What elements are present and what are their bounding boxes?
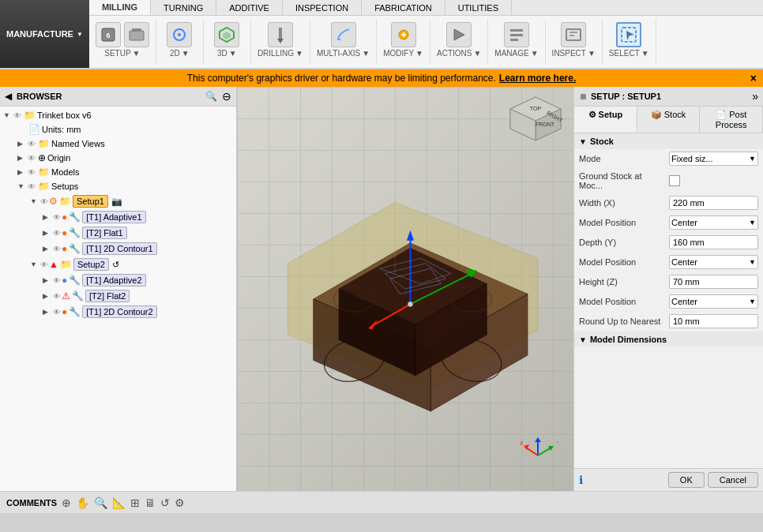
tree-item-setup2[interactable]: ▼ 👁 ▲ 📁 Setup2 ↺: [2, 257, 235, 272]
drilling-label[interactable]: DRILLING▼: [257, 49, 303, 58]
toggle-origin[interactable]: ▶: [17, 154, 27, 162]
eye-contour1[interactable]: 👁: [53, 245, 61, 253]
toggle-adaptive1[interactable]: ▶: [43, 213, 52, 221]
mode-select[interactable]: Fixed siz... ▼: [669, 152, 758, 166]
manufacture-button[interactable]: MANUFACTURE ▼: [0, 0, 89, 68]
panel-expand-icon[interactable]: »: [752, 90, 758, 103]
eye-contour2[interactable]: 👁: [53, 308, 61, 317]
display-icon[interactable]: 🖥: [145, 496, 156, 509]
measure-icon[interactable]: 📐: [112, 496, 126, 509]
width-input[interactable]: 220 mm: [669, 196, 758, 210]
stock-section-title[interactable]: ▼ Stock: [574, 133, 763, 149]
multiaxis-label[interactable]: MULTI-AXIS▼: [317, 49, 370, 58]
tab-milling[interactable]: MILLING: [89, 0, 151, 15]
eye-models[interactable]: 👁: [28, 168, 36, 177]
toggle-models[interactable]: ▶: [17, 168, 27, 176]
browser-collapse-icon[interactable]: ◀: [5, 91, 12, 102]
tab-post-process[interactable]: 📄 Post Process: [700, 107, 763, 133]
actions-label[interactable]: ACTIONS▼: [437, 49, 481, 58]
add-comment-icon[interactable]: ⊕: [62, 496, 71, 509]
multiaxis-icon[interactable]: [331, 22, 356, 47]
2d-label[interactable]: 2D▼: [170, 49, 190, 58]
setup-label[interactable]: SETUP▼: [104, 49, 140, 58]
toggle-contour1[interactable]: ▶: [43, 245, 52, 253]
inspect-icon[interactable]: [561, 22, 586, 47]
tab-fabrication[interactable]: FABRICATION: [362, 0, 445, 15]
eye-root[interactable]: 👁: [13, 111, 21, 120]
tab-turning[interactable]: TURNING: [151, 0, 216, 15]
tree-item-adaptive1[interactable]: ▶ 👁 ● 🔧 [T1] Adaptive1: [2, 209, 235, 225]
3d-icon[interactable]: [214, 22, 239, 47]
tab-setup[interactable]: ⚙ Setup: [574, 107, 637, 133]
info-icon[interactable]: ℹ: [579, 474, 583, 486]
toggle-contour2[interactable]: ▶: [43, 308, 52, 316]
tree-item-models[interactable]: ▶ 👁 📁 Models: [2, 165, 235, 179]
model-pos-width-select[interactable]: Center ▼: [669, 215, 758, 230]
toggle-flat1[interactable]: ▶: [43, 229, 52, 237]
inspect-label[interactable]: INSPECT▼: [552, 49, 596, 58]
tree-item-flat1[interactable]: ▶ 👁 ● 🔧 [T2] Flat1: [2, 225, 235, 241]
tab-inspection[interactable]: INSPECTION: [283, 0, 362, 15]
ground-stock-checkbox[interactable]: [669, 175, 680, 186]
3d-label[interactable]: 3D▼: [217, 49, 237, 58]
tab-utilities[interactable]: UTILITIES: [445, 0, 512, 15]
toggle-named-views[interactable]: ▶: [17, 140, 27, 148]
ok-button[interactable]: OK: [668, 472, 705, 488]
modify-label[interactable]: MODIFY▼: [383, 49, 423, 58]
model-dimensions-section-title[interactable]: ▼ Model Dimensions: [574, 332, 763, 347]
setup-new-icon[interactable]: 6: [96, 22, 121, 47]
actions-icon[interactable]: [446, 22, 472, 47]
zoom-icon[interactable]: 🔍: [94, 496, 107, 509]
drilling-icon[interactable]: [268, 22, 293, 47]
tree-item-origin[interactable]: ▶ 👁 ⊕ Origin: [2, 151, 235, 165]
2d-icon[interactable]: [167, 22, 192, 47]
notification-link[interactable]: Learn more here.: [499, 73, 576, 84]
tree-item-root[interactable]: ▼ 👁 📁 Trinket box v6: [2, 108, 235, 122]
eye-setup1[interactable]: 👁: [40, 197, 48, 206]
browser-search-icon[interactable]: 🔍: [205, 91, 217, 102]
setup-icon2[interactable]: [124, 22, 149, 47]
eye-adaptive1[interactable]: 👁: [53, 213, 61, 222]
cancel-button[interactable]: Cancel: [708, 472, 758, 488]
eye-setup2[interactable]: 👁: [40, 260, 48, 269]
eye-adaptive2[interactable]: 👁: [53, 276, 61, 285]
toggle-adaptive2[interactable]: ▶: [43, 276, 52, 284]
viewport[interactable]: FRONT TOP RIGHT Z Y X: [237, 87, 573, 491]
modify-icon[interactable]: [391, 22, 416, 47]
eye-setups[interactable]: 👁: [28, 182, 36, 191]
manage-icon[interactable]: [504, 22, 529, 47]
eye-flat2[interactable]: 👁: [53, 292, 61, 301]
toggle-flat2[interactable]: ▶: [43, 292, 52, 300]
browser-minus-icon[interactable]: ⊖: [222, 90, 231, 103]
height-input[interactable]: 70 mm: [669, 275, 758, 289]
toggle-setup1[interactable]: ▼: [30, 197, 39, 205]
tree-item-setup1[interactable]: ▼ 👁 ⚙ 📁 Setup1 📷: [2, 193, 235, 209]
manage-label[interactable]: MANAGE▼: [494, 49, 538, 58]
eye-flat1[interactable]: 👁: [53, 229, 61, 238]
viewcube[interactable]: FRONT TOP RIGHT: [504, 93, 567, 148]
notification-close[interactable]: ×: [750, 72, 757, 84]
tree-item-flat2[interactable]: ▶ 👁 ⚠ 🔧 [T2] Flat2: [2, 288, 235, 304]
pan-icon[interactable]: ✋: [76, 496, 89, 509]
tree-item-named-views[interactable]: ▶ 👁 📁 Named Views: [2, 137, 235, 151]
select-icon[interactable]: [616, 22, 641, 47]
toggle-setups[interactable]: ▼: [17, 182, 27, 190]
rotate-icon[interactable]: ↺: [160, 496, 170, 509]
model-pos-height-select[interactable]: Center ▼: [669, 294, 758, 309]
settings-icon[interactable]: ⚙: [175, 496, 185, 509]
tree-item-contour2[interactable]: ▶ 👁 ● 🔧 [T1] 2D Contour2: [2, 304, 235, 320]
grid-icon[interactable]: ⊞: [130, 496, 140, 509]
toggle-root[interactable]: ▼: [3, 111, 13, 119]
eye-named-views[interactable]: 👁: [28, 140, 36, 148]
depth-input[interactable]: 160 mm: [669, 235, 758, 249]
select-label[interactable]: SELECT▼: [609, 49, 649, 58]
model-pos-depth-select[interactable]: Center ▼: [669, 255, 758, 269]
tree-item-setups[interactable]: ▼ 👁 📁 Setups: [2, 179, 235, 193]
tree-item-adaptive2[interactable]: ▶ 👁 ● 🔧 [T1] Adaptive2: [2, 272, 235, 288]
round-input[interactable]: 10 mm: [669, 314, 758, 328]
tree-item-units[interactable]: ▶ 📄 Units: mm: [2, 122, 235, 137]
eye-origin[interactable]: 👁: [28, 154, 36, 163]
toggle-setup2[interactable]: ▼: [30, 260, 39, 268]
tree-item-contour1[interactable]: ▶ 👁 ● 🔧 [T1] 2D Contour1: [2, 241, 235, 257]
tab-stock[interactable]: 📦 Stock: [637, 107, 701, 133]
